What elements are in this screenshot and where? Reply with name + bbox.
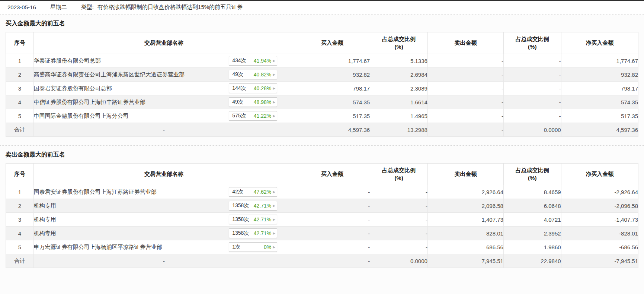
buy-section-title: 买入金额最大的前五名 bbox=[0, 15, 644, 32]
net-amount-cell: -686.56 bbox=[561, 240, 638, 254]
branch-cell: 中国国际金融股份有限公司上海分公司 575次 41.22% ▶ bbox=[33, 109, 294, 123]
buy-amount-cell: - bbox=[294, 213, 370, 227]
buy-ratio-cell: 1.4965 bbox=[370, 109, 428, 123]
col-header-buy-amount: 买入金额 bbox=[294, 164, 370, 185]
total-sell-amount: 7,945.51 bbox=[427, 254, 503, 268]
sell-amount-cell: 828.01 bbox=[427, 227, 503, 240]
sell-amount-cell: - bbox=[427, 68, 503, 82]
trade-count: 1次 bbox=[232, 244, 240, 250]
branch-cell: 高盛高华证券有限责任公司上海浦东新区世纪大道证券营业部 49次 40.82% ▶ bbox=[33, 68, 294, 82]
col-header-branch-name: 交易营业部名称 bbox=[33, 164, 294, 185]
row-no: 5 bbox=[6, 240, 34, 254]
trade-count-badge[interactable]: 1358次 42.71% ▶ bbox=[229, 228, 277, 238]
trade-count: 49次 bbox=[232, 99, 243, 105]
buy-ratio-cell: - bbox=[370, 185, 428, 199]
net-amount-cell: -828.01 bbox=[561, 227, 638, 240]
table-row: 2 高盛高华证券有限责任公司上海浦东新区世纪大道证券营业部 49次 40.82%… bbox=[6, 68, 638, 82]
sell-table-header-row: 序号 交易营业部名称 买入金额 占总成交比例 (%) 卖出金额 占总成交比例 (… bbox=[6, 164, 638, 185]
total-name: - bbox=[33, 254, 294, 268]
sell-amount-cell: 2,926.64 bbox=[427, 185, 503, 199]
win-rate: 47.62% bbox=[254, 189, 271, 195]
sell-ratio-cell: 6.0648 bbox=[503, 199, 561, 213]
branch-cell: 申万宏源证券有限公司上海杨浦区平凉路证券营业部 1次 0% ▶ bbox=[33, 240, 294, 254]
buy-ratio-cell: - bbox=[370, 213, 428, 227]
total-label: 合计 bbox=[6, 123, 34, 137]
table-row: 4 机构专用 1358次 42.71% ▶ - - 828.01 2.3952 … bbox=[6, 227, 638, 240]
sell-amount-cell: 686.56 bbox=[427, 240, 503, 254]
total-sell-ratio: 0.0000 bbox=[503, 123, 561, 137]
net-amount-cell: -1,407.73 bbox=[561, 213, 638, 227]
branch-cell: 机构专用 1358次 42.71% ▶ bbox=[33, 213, 294, 227]
trade-count-badge[interactable]: 49次 48.98% ▶ bbox=[229, 97, 277, 107]
weekday-text: 星期二 bbox=[50, 4, 67, 11]
trade-count-badge[interactable]: 1次 0% ▶ bbox=[229, 242, 277, 252]
row-no: 2 bbox=[6, 68, 34, 82]
col-header-net-amount: 净买入金额 bbox=[561, 32, 638, 54]
col-header-sell-amount: 卖出金额 bbox=[427, 32, 503, 54]
table-row: 5 申万宏源证券有限公司上海杨浦区平凉路证券营业部 1次 0% ▶ - - 68… bbox=[6, 240, 638, 254]
total-net-amount: 4,597.36 bbox=[561, 123, 638, 137]
col-header-buy-amount: 买入金额 bbox=[294, 32, 370, 54]
buy-amount-cell: - bbox=[294, 227, 370, 240]
chevron-right-icon: ▶ bbox=[273, 204, 275, 208]
col-header-buy-ratio: 占总成交比例 (%) bbox=[370, 32, 428, 54]
net-amount-cell: 798.17 bbox=[561, 82, 638, 95]
net-amount-cell: -2,096.58 bbox=[561, 199, 638, 213]
branch-name: 机构专用 bbox=[34, 230, 56, 237]
trade-count: 144次 bbox=[232, 85, 246, 92]
col-header-no: 序号 bbox=[6, 164, 34, 185]
branch-cell: 国泰君安证券股份有限公司上海江苏路证券营业部 42次 47.62% ▶ bbox=[33, 185, 294, 199]
row-no: 4 bbox=[6, 227, 34, 240]
win-rate: 40.28% bbox=[254, 85, 271, 91]
branch-name: 中信证券股份有限公司上海恒丰路证券营业部 bbox=[34, 99, 145, 106]
col-header-sell-ratio: 占总成交比例 (%) bbox=[503, 164, 561, 185]
sell-ratio-cell: - bbox=[503, 82, 561, 95]
trade-count-badge[interactable]: 434次 41.94% ▶ bbox=[229, 56, 277, 66]
trade-count: 1358次 bbox=[232, 202, 249, 209]
table-row: 3 国泰君安证券股份有限公司总部 144次 40.28% ▶ 798.17 2.… bbox=[6, 82, 638, 95]
total-label: 合计 bbox=[6, 254, 34, 268]
net-amount-cell: 932.82 bbox=[561, 68, 638, 82]
chevron-right-icon: ▶ bbox=[273, 190, 275, 194]
trade-count: 1358次 bbox=[232, 216, 249, 223]
sell-ratio-cell: 2.3952 bbox=[503, 227, 561, 240]
win-rate: 48.98% bbox=[254, 99, 271, 105]
total-row: 合计 - - 0.0000 7,945.51 22.9840 -7,945.51 bbox=[6, 254, 638, 268]
sell-ratio-cell: - bbox=[503, 109, 561, 123]
buy-amount-cell: - bbox=[294, 240, 370, 254]
date-text: 2023-05-16 bbox=[7, 4, 36, 10]
trade-count-badge[interactable]: 1358次 42.71% ▶ bbox=[229, 215, 277, 224]
chevron-right-icon: ▶ bbox=[273, 245, 275, 249]
branch-name: 国泰君安证券股份有限公司上海江苏路证券营业部 bbox=[34, 189, 157, 196]
trade-count-badge[interactable]: 144次 40.28% ▶ bbox=[229, 83, 277, 93]
total-buy-ratio: 0.0000 bbox=[370, 254, 428, 268]
col-header-no: 序号 bbox=[6, 32, 34, 54]
chevron-right-icon: ▶ bbox=[273, 218, 275, 221]
trade-count-badge[interactable]: 1358次 42.71% ▶ bbox=[229, 201, 277, 211]
net-amount-cell: 574.35 bbox=[561, 95, 638, 109]
sell-section-title: 卖出金额最大的前五名 bbox=[0, 146, 644, 163]
row-no: 3 bbox=[6, 82, 34, 95]
sell-amount-cell: - bbox=[427, 82, 503, 95]
win-rate: 42.71% bbox=[254, 203, 271, 209]
col-header-branch-name: 交易营业部名称 bbox=[33, 32, 294, 54]
sell-ratio-cell: 4.0721 bbox=[503, 213, 561, 227]
total-name: - bbox=[33, 123, 294, 137]
win-rate: 41.22% bbox=[254, 113, 271, 119]
branch-name: 申万宏源证券有限公司上海杨浦区平凉路证券营业部 bbox=[34, 244, 162, 251]
win-rate: 41.94% bbox=[254, 58, 271, 64]
sell-amount-cell: - bbox=[427, 95, 503, 109]
sell-ratio-cell: - bbox=[503, 95, 561, 109]
branch-name: 机构专用 bbox=[34, 216, 56, 223]
trade-count-badge[interactable]: 575次 41.22% ▶ bbox=[229, 111, 277, 121]
row-no: 2 bbox=[6, 199, 34, 213]
table-row: 5 中国国际金融股份有限公司上海分公司 575次 41.22% ▶ 517.35… bbox=[6, 109, 638, 123]
trade-count-badge[interactable]: 42次 47.62% ▶ bbox=[229, 187, 277, 197]
trade-count-badge[interactable]: 49次 40.82% ▶ bbox=[229, 70, 277, 79]
chevron-right-icon: ▶ bbox=[273, 86, 275, 90]
buy-amount-cell: 1,774.67 bbox=[294, 54, 370, 68]
type-label: 类型: bbox=[81, 4, 94, 10]
total-buy-amount: 4,597.36 bbox=[294, 123, 370, 137]
sell-amount-cell: - bbox=[427, 109, 503, 123]
trade-count: 49次 bbox=[232, 71, 243, 78]
